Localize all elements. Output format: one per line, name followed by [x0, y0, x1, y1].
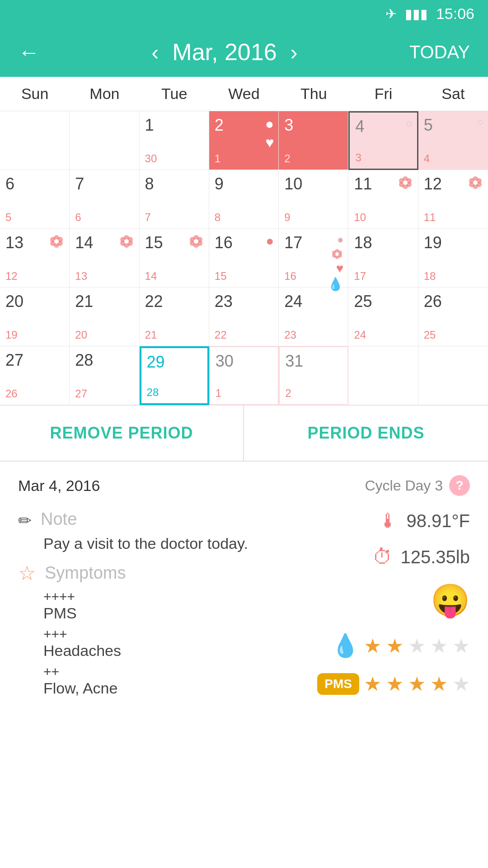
date-number: 26: [424, 292, 442, 311]
dot-outline-icon: ○: [477, 116, 484, 128]
calendar-day-empty: [348, 346, 418, 405]
day-icons: [48, 233, 65, 250]
calendar-day-18[interactable]: 18 17: [348, 229, 418, 288]
calendar-day-25[interactable]: 25 24: [348, 288, 418, 346]
calendar-day-12[interactable]: 12 11: [418, 170, 488, 229]
note-row: ✏ Note: [18, 509, 317, 530]
calendar-grid: 1 30 2 ● ♥ 1 3 2 4 ○ 3 5 ○ 4 6 5 7 6 8 7: [0, 111, 488, 405]
calendar-day-2[interactable]: 2 ● ♥ 1: [209, 111, 279, 170]
month-navigation: ‹ Mar, 2016 ›: [151, 38, 297, 66]
flower-icon: [397, 175, 413, 191]
date-number: 19: [424, 233, 442, 252]
calendar-day-21[interactable]: 21 20: [70, 288, 139, 346]
symptoms-star-icon: ☆: [18, 561, 36, 585]
flower-icon: [331, 248, 343, 260]
date-number: 2: [215, 116, 224, 134]
date-number: 18: [354, 233, 372, 252]
calendar-day-3[interactable]: 3 2: [279, 111, 348, 170]
cycle-number: 24: [354, 329, 366, 341]
calendar-day-14[interactable]: 14 13: [70, 229, 139, 288]
note-label: Note: [41, 509, 77, 529]
symptom-headaches: +++ Headaches: [43, 627, 317, 660]
month-title: Mar, 2016: [172, 38, 277, 66]
calendar-day-6[interactable]: 6 5: [0, 170, 70, 229]
calendar-day-13[interactable]: 13 12: [0, 229, 70, 288]
calendar-day-9[interactable]: 9 8: [209, 170, 279, 229]
cycle-number: 2: [284, 152, 290, 165]
cycle-number: 26: [5, 387, 18, 400]
detail-left: ✏ Note Pay a visit to the doctor today. …: [18, 509, 317, 697]
weight-row: ⏱ 125.35lb: [373, 546, 470, 568]
date-number: 3: [284, 116, 293, 134]
day-icons: ● ♥ 💧: [328, 233, 343, 292]
date-number: 29: [147, 353, 165, 371]
weight-value: 125.35lb: [401, 547, 470, 567]
next-month-button[interactable]: ›: [291, 40, 298, 65]
day-header-mon: Mon: [70, 77, 139, 111]
date-number: 24: [284, 292, 302, 311]
cycle-number: 7: [145, 211, 151, 224]
day-header-wed: Wed: [209, 77, 279, 111]
calendar-day-27[interactable]: 27 26: [0, 346, 70, 405]
remove-period-button[interactable]: REMOVE PERIOD: [0, 406, 244, 461]
date-number: 13: [5, 233, 23, 252]
status-time: 15:06: [436, 5, 474, 23]
calendar-day-30[interactable]: 30 1: [209, 346, 279, 405]
calendar-day-15[interactable]: 15 14: [140, 229, 209, 288]
cycle-day-text: Cycle Day 3: [365, 477, 443, 494]
symptom-pms: ++++ PMS: [43, 589, 317, 622]
detail-cycle: Cycle Day 3 ?: [365, 475, 470, 496]
prev-month-button[interactable]: ‹: [151, 40, 159, 65]
calendar-day-23[interactable]: 23 22: [209, 288, 279, 346]
calendar-day-31[interactable]: 31 2: [279, 346, 348, 405]
calendar-day-17[interactable]: 17 ● ♥ 💧 16: [279, 229, 348, 288]
drop-period-icon: 💧: [331, 632, 359, 659]
flower-icon: [467, 175, 483, 191]
calendar-day-1[interactable]: 1 30: [140, 111, 209, 170]
calendar-day-28[interactable]: 28 27: [70, 346, 139, 405]
cycle-day-help-icon[interactable]: ?: [449, 475, 470, 496]
calendar-day-10[interactable]: 10 9: [279, 170, 348, 229]
date-number: 21: [75, 292, 93, 311]
calendar-day-11[interactable]: 11 10: [348, 170, 418, 229]
date-number: 1: [145, 116, 154, 134]
date-number: 23: [215, 292, 233, 311]
calendar-day-29[interactable]: 29 28: [140, 346, 209, 405]
calendar-day-4[interactable]: 4 ○ 3: [348, 111, 418, 170]
calendar-day-19[interactable]: 19 18: [418, 229, 488, 288]
calendar-day-16[interactable]: 16 ● 15: [209, 229, 279, 288]
calendar-day-8[interactable]: 8 7: [140, 170, 209, 229]
detail-right: 🌡 98.91°F ⏱ 125.35lb 😛 💧 ★ ★ ★ ★ ★: [317, 509, 470, 695]
calendar-day-7[interactable]: 7 6: [70, 170, 139, 229]
note-text: Pay a visit to the doctor today.: [43, 535, 317, 552]
cycle-number: 4: [424, 152, 430, 165]
star-5: ★: [452, 634, 470, 657]
note-edit-icon[interactable]: ✏: [18, 511, 32, 530]
calendar-day-20[interactable]: 20 19: [0, 288, 70, 346]
back-button[interactable]: ←: [18, 40, 40, 65]
day-icons: [467, 175, 483, 191]
calendar-day-headers: Sun Mon Tue Wed Thu Fri Sat: [0, 77, 488, 111]
cycle-number: 5: [5, 211, 11, 224]
period-ends-button[interactable]: PERIOD ENDS: [244, 406, 488, 461]
calendar-day-26[interactable]: 26 25: [418, 288, 488, 346]
calendar-day-5[interactable]: 5 ○ 4: [418, 111, 488, 170]
cycle-number: 18: [424, 270, 436, 283]
battery-icon: ▮▮▮: [405, 6, 428, 22]
day-icons: ● ♥: [265, 116, 274, 151]
day-icons: [397, 175, 413, 191]
date-number: 10: [284, 175, 302, 193]
calendar-day-24[interactable]: 24 23: [279, 288, 348, 346]
cycle-number: 23: [284, 329, 296, 341]
cycle-number: 25: [424, 329, 436, 341]
date-number: 22: [145, 292, 163, 311]
day-header-sun: Sun: [0, 77, 70, 111]
mood-row: 😛: [431, 582, 470, 619]
flower-icon: [48, 233, 65, 250]
dot-icon: ●: [265, 116, 274, 132]
star-1: ★: [364, 634, 381, 657]
status-bar: ✈ ▮▮▮ 15:06: [0, 0, 488, 27]
today-button[interactable]: TODAY: [409, 42, 470, 62]
calendar-day-22[interactable]: 22 21: [140, 288, 209, 346]
pms-badge-row: PMS ★ ★ ★ ★ ★: [317, 672, 470, 695]
